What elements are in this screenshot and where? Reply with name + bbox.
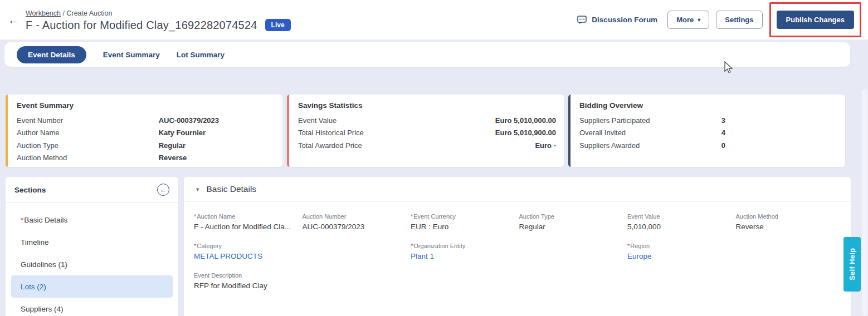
card-row: Auction Type Regular xyxy=(17,140,275,152)
card-row: Suppliers Awarded 0 xyxy=(579,140,837,152)
publish-highlight-box: Publish Changes xyxy=(769,2,861,37)
basic-details-panel: ▾ Basic Details *Auction Name F - Auctio… xyxy=(184,177,851,316)
basic-details-form: *Auction Name F - Auction for Modified C… xyxy=(184,202,851,290)
event-summary-card: Event Summary Event Number AUC-000379/20… xyxy=(6,95,282,167)
discussion-forum-button[interactable]: Discussion Forum xyxy=(577,16,657,24)
field-label: Category xyxy=(197,243,222,249)
sidebar-item-label: Timeline xyxy=(21,238,49,246)
field-label: Auction Type xyxy=(519,213,554,220)
required-marker: * xyxy=(194,243,196,249)
summary-cards: Event Summary Event Number AUC-000379/20… xyxy=(6,95,845,167)
more-button[interactable]: More ▾ xyxy=(667,11,709,29)
row-label: Overall Invited xyxy=(579,127,721,139)
sections-list: * Basic Details Timeline Guidelines (1) … xyxy=(6,203,178,316)
field-organization-entity: *Organization Entity Plant 1 xyxy=(411,243,515,260)
page-title: F - Auction for Modified Clay_1692282074… xyxy=(26,19,257,32)
row-label: Auction Type xyxy=(17,140,159,152)
card-row: Total Historical Price Euro 5,010,900.00 xyxy=(298,127,556,139)
row-label: Auction Method xyxy=(17,152,159,164)
row-label: Suppliers Awarded xyxy=(579,140,721,152)
required-marker: * xyxy=(194,213,196,220)
card-row: Suppliers Participated 3 xyxy=(579,115,837,127)
settings-button-label: Settings xyxy=(725,16,753,24)
required-marker: * xyxy=(627,243,630,249)
tab-lot-summary[interactable]: Lot Summary xyxy=(177,51,225,59)
field-value: F - Auction for Modified Cla... xyxy=(194,223,298,231)
view-tabs: Event Details Event Summary Lot Summary xyxy=(4,42,850,67)
field-value: Reverse xyxy=(736,223,840,231)
basic-details-section-header[interactable]: ▾ Basic Details xyxy=(184,177,851,202)
region-link[interactable]: Europe xyxy=(627,252,732,260)
card-title: Bidding Overview xyxy=(579,101,837,110)
vertical-scrollbar[interactable] xyxy=(862,89,867,316)
collapse-sidebar-icon[interactable]: ← xyxy=(157,184,169,196)
field-value: Regular xyxy=(519,223,623,231)
row-value: Regular xyxy=(159,140,275,152)
header-titles: Workbench / Create Auction F - Auction f… xyxy=(26,8,291,32)
settings-button[interactable]: Settings xyxy=(716,11,762,29)
sidebar-item-label: Lots (2) xyxy=(21,283,46,291)
sidebar-item-label: Guidelines (1) xyxy=(21,260,67,269)
required-marker: * xyxy=(21,216,23,224)
back-arrow-icon[interactable]: ← xyxy=(8,14,19,26)
row-value: Euro 5,010,900.00 xyxy=(495,127,556,139)
field-label: Auction Method xyxy=(736,213,778,220)
tab-event-details[interactable]: Event Details xyxy=(17,46,86,63)
sidebar-item-basic-details[interactable]: * Basic Details xyxy=(11,209,173,231)
sidebar-item-suppliers[interactable]: Suppliers (4) xyxy=(11,298,173,316)
sidebar-item-lots[interactable]: Lots (2) xyxy=(11,275,173,298)
field-label: Auction Number xyxy=(303,213,347,220)
content-area: Sections ← * Basic Details Timeline Guid… xyxy=(6,177,851,316)
sections-header: Sections ← xyxy=(6,177,178,203)
breadcrumb: Workbench / Create Auction xyxy=(26,9,291,17)
card-row: Total Awarded Price Euro - xyxy=(298,140,556,152)
field-event-currency: *Event Currency EUR : Euro xyxy=(411,213,515,231)
sidebar-item-label: Basic Details xyxy=(24,216,67,224)
row-label: Suppliers Participated xyxy=(579,115,721,127)
field-label: Event Currency xyxy=(413,213,456,220)
field-auction-name: *Auction Name F - Auction for Modified C… xyxy=(194,213,298,231)
sections-sidebar: Sections ← * Basic Details Timeline Guid… xyxy=(6,177,178,316)
required-marker: * xyxy=(411,213,413,220)
row-value: 3 xyxy=(721,115,837,127)
row-label: Total Awarded Price xyxy=(298,140,362,152)
row-label: Event Value xyxy=(298,115,337,127)
card-title: Event Summary xyxy=(17,101,275,110)
sidebar-item-guidelines[interactable]: Guidelines (1) xyxy=(11,253,173,275)
field-region: *Region Europe xyxy=(627,243,732,260)
field-auction-method: Auction Method Reverse xyxy=(736,213,840,231)
field-label: Event Description xyxy=(194,272,242,279)
breadcrumb-workbench-link[interactable]: Workbench xyxy=(26,9,61,17)
chat-bubble-icon xyxy=(577,16,588,24)
field-category: *Category METAL PRODUCTS xyxy=(194,243,298,260)
field-event-value: Event Value 5,010,000 xyxy=(627,213,732,231)
tab-event-summary[interactable]: Event Summary xyxy=(103,51,160,59)
category-link[interactable]: METAL PRODUCTS xyxy=(194,252,298,260)
row-value: Katy Fournier xyxy=(159,127,275,139)
sidebar-item-timeline[interactable]: Timeline xyxy=(11,231,173,253)
field-event-description: Event Description RFP for Modified Clay xyxy=(194,272,406,290)
header-actions: Discussion Forum More ▾ Settings Publish… xyxy=(577,2,868,37)
row-label: Total Historical Price xyxy=(298,127,364,139)
status-badge-live: Live xyxy=(265,19,291,31)
field-label: Organization Entity xyxy=(413,243,465,249)
more-button-label: More xyxy=(676,16,694,24)
field-value: 5,010,000 xyxy=(627,223,732,231)
row-value: Euro - xyxy=(535,140,556,152)
row-label: Event Number xyxy=(17,115,159,127)
row-value: 4 xyxy=(721,127,837,139)
chevron-down-icon: ▾ xyxy=(698,17,700,23)
bidding-overview-card: Bidding Overview Suppliers Participated … xyxy=(568,95,845,167)
field-label: Region xyxy=(630,243,650,249)
publish-changes-button[interactable]: Publish Changes xyxy=(777,11,854,29)
collapse-section-icon: ▾ xyxy=(196,186,199,193)
card-row: Event Number AUC-000379/2023 xyxy=(17,115,275,127)
row-value: Reverse xyxy=(159,152,275,164)
card-row: Overall Invited 4 xyxy=(579,127,837,139)
field-auction-type: Auction Type Regular xyxy=(519,213,623,231)
self-help-tab[interactable]: Self Help xyxy=(843,237,861,292)
card-row: Author Name Katy Fournier xyxy=(17,127,275,139)
organization-entity-link[interactable]: Plant 1 xyxy=(411,252,515,260)
discussion-forum-label: Discussion Forum xyxy=(592,16,657,24)
row-value: 0 xyxy=(721,140,837,152)
